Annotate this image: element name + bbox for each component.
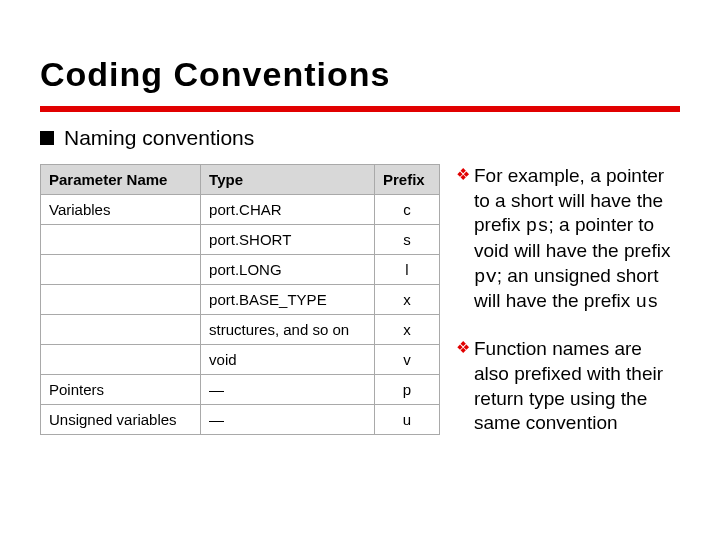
cell-name — [41, 255, 201, 285]
cell-name: Variables — [41, 195, 201, 225]
cell-type: port.SHORT — [201, 225, 375, 255]
prefix-table-container: Parameter Name Type Prefix Variables por… — [40, 164, 440, 458]
subheading-row: Naming conventions — [40, 126, 680, 150]
table-row: port.LONG l — [41, 255, 440, 285]
code-pv: pv — [474, 266, 497, 288]
diamond-bullet-icon: ❖ — [456, 337, 470, 436]
cell-name — [41, 345, 201, 375]
note-functions: ❖ Function names are also prefixed with … — [456, 337, 680, 436]
cell-prefix: l — [374, 255, 439, 285]
cell-type: port.BASE_TYPE — [201, 285, 375, 315]
cell-type: port.CHAR — [201, 195, 375, 225]
title-rule — [40, 106, 680, 112]
table-header-row: Parameter Name Type Prefix — [41, 165, 440, 195]
notes-column: ❖ For example, a pointer to a short will… — [456, 164, 680, 458]
table-row: structures, and so on x — [41, 315, 440, 345]
cell-prefix: c — [374, 195, 439, 225]
cell-name: Unsigned variables — [41, 405, 201, 435]
cell-type: port.LONG — [201, 255, 375, 285]
page-title: Coding Conventions — [40, 55, 680, 94]
table-row: Pointers — p — [41, 375, 440, 405]
table-row: Unsigned variables — u — [41, 405, 440, 435]
note-functions-body: Function names are also prefixed with th… — [474, 337, 680, 436]
cell-prefix: x — [374, 285, 439, 315]
col-prefix: Prefix — [374, 165, 439, 195]
cell-name — [41, 315, 201, 345]
table-row: port.BASE_TYPE x — [41, 285, 440, 315]
note-example-body: For example, a pointer to a short will h… — [474, 164, 680, 315]
prefix-table: Parameter Name Type Prefix Variables por… — [40, 164, 440, 435]
col-parameter-name: Parameter Name — [41, 165, 201, 195]
cell-name: Pointers — [41, 375, 201, 405]
note-example: ❖ For example, a pointer to a short will… — [456, 164, 680, 315]
square-bullet-icon — [40, 131, 54, 145]
table-row: Variables port.CHAR c — [41, 195, 440, 225]
note1-part3: ; an unsigned short will have the prefix — [474, 265, 658, 312]
diamond-bullet-icon: ❖ — [456, 164, 470, 315]
cell-type: structures, and so on — [201, 315, 375, 345]
subheading-text: Naming conventions — [64, 126, 254, 150]
cell-prefix: x — [374, 315, 439, 345]
code-us: us — [636, 291, 659, 313]
table-row: port.SHORT s — [41, 225, 440, 255]
cell-prefix: v — [374, 345, 439, 375]
table-row: void v — [41, 345, 440, 375]
cell-prefix: p — [374, 375, 439, 405]
cell-prefix: s — [374, 225, 439, 255]
cell-type: — — [201, 375, 375, 405]
code-ps: ps — [526, 215, 549, 237]
col-type: Type — [201, 165, 375, 195]
cell-prefix: u — [374, 405, 439, 435]
cell-type: — — [201, 405, 375, 435]
cell-name — [41, 285, 201, 315]
cell-type: void — [201, 345, 375, 375]
cell-name — [41, 225, 201, 255]
